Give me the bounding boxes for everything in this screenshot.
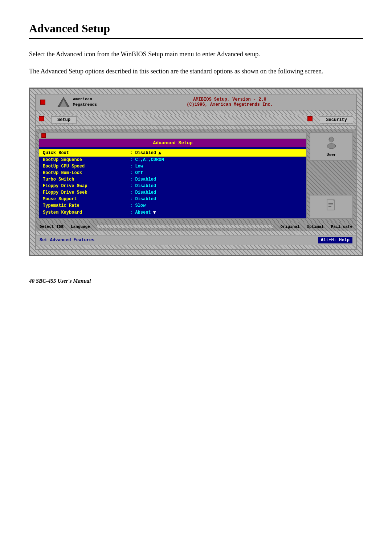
setting-label-6: Floppy Drive Seek bbox=[43, 190, 130, 195]
setting-value-3: : Off bbox=[130, 170, 143, 175]
svg-point-4 bbox=[327, 144, 336, 149]
bios-menu-square-2 bbox=[307, 116, 313, 121]
setting-value-7: : Disabled bbox=[130, 197, 156, 202]
side-icon-user-label: User bbox=[327, 153, 336, 157]
setting-value-5: : Disabled bbox=[130, 183, 156, 189]
setting-value-6: : Disabled bbox=[130, 190, 156, 195]
bios-bottom-left-label: Set Advanced Features bbox=[40, 238, 94, 243]
user-icon bbox=[325, 136, 338, 152]
bios-menu-square bbox=[39, 116, 44, 121]
setting-value-0: : Disabled bbox=[130, 150, 156, 156]
bios-setting-row-1: BootUp Sequence: C:,A:,CDROM bbox=[43, 157, 303, 163]
bios-hatch-row-4 bbox=[36, 245, 356, 249]
svg-point-3 bbox=[329, 138, 330, 140]
scroll-down-arrow[interactable]: ▼ bbox=[153, 210, 156, 215]
scroll-up-arrow[interactable]: ▲ bbox=[158, 150, 161, 156]
bios-setting-row-2: BootUp CPU Speed: Low bbox=[43, 163, 303, 170]
setting-label-5: Floppy Drive Swap bbox=[43, 183, 130, 189]
bios-setting-row-5: Floppy Drive Swap: Disabled bbox=[43, 183, 303, 189]
setting-value-1: : C:,A:,CDROM bbox=[130, 157, 164, 162]
setting-label-4: Turbo Switch bbox=[43, 177, 130, 182]
setting-label-0: Quick Boot bbox=[43, 150, 130, 156]
bios-main-panel: Advanced Setup Quick Boot: Disabled ▲Boo… bbox=[39, 132, 307, 219]
bios-screenshot: American Megatrends AMIBIOS Setup, Versi… bbox=[29, 88, 363, 256]
setting-label-2: BootUp CPU Speed bbox=[43, 164, 130, 169]
setting-label-3: BootUp Num-Lock bbox=[43, 170, 130, 175]
bios-setting-row-0[interactable]: Quick Boot: Disabled ▲ bbox=[39, 149, 306, 157]
bios-menubar: Setup Security bbox=[36, 115, 356, 126]
bios-setting-row-9: System Keyboard: Absent ▼ bbox=[43, 209, 303, 216]
bios-setting-row-6: Floppy Drive Seek: Disabled bbox=[43, 189, 303, 196]
file-icon bbox=[325, 198, 338, 214]
footer-detect-ide[interactable]: Detect IDE bbox=[40, 225, 64, 229]
svg-point-2 bbox=[329, 137, 334, 142]
side-icon-user: User bbox=[310, 132, 353, 161]
bios-hatch-row-3 bbox=[36, 231, 356, 235]
setting-label-1: BootUp Sequence bbox=[43, 157, 130, 162]
bios-settings-table: Quick Boot: Disabled ▲BootUp Sequence: C… bbox=[39, 147, 306, 218]
side-icon-file bbox=[310, 195, 353, 219]
page-title: Advanced Setup bbox=[29, 22, 363, 35]
setting-label-8: Typematic Rate bbox=[43, 203, 130, 208]
description-1: Select the Advanced icon from the WinBIO… bbox=[29, 49, 327, 60]
footer-language[interactable]: Language bbox=[71, 225, 90, 229]
bios-title-text: AMIBIOS Setup, Version - 2.0 (C)1996, Am… bbox=[108, 97, 352, 107]
bios-side-panel: User bbox=[310, 132, 353, 219]
menu-item-setup[interactable]: Setup bbox=[51, 116, 77, 124]
footer-original[interactable]: Original bbox=[281, 225, 300, 229]
bios-content-area: Advanced Setup Quick Boot: Disabled ▲Boo… bbox=[36, 129, 356, 222]
bios-help-label: Alt+H: Help bbox=[318, 237, 352, 243]
title-divider bbox=[29, 38, 363, 39]
bios-hatch-row-1 bbox=[36, 110, 356, 115]
setting-value-4: : Disabled bbox=[130, 177, 156, 182]
bios-setting-row-8: Typematic Rate: Slow bbox=[43, 202, 303, 209]
bios-hatch-row-2 bbox=[36, 126, 356, 129]
bios-header: American Megatrends AMIBIOS Setup, Versi… bbox=[36, 94, 356, 110]
bios-panel-title: Advanced Setup bbox=[39, 139, 306, 147]
setting-value-8: : Slow bbox=[130, 203, 146, 208]
bios-setting-row-7: Mouse Support: Disabled bbox=[43, 196, 303, 202]
description-2: The Advanced Setup options described in … bbox=[29, 66, 327, 77]
bios-logo-square bbox=[40, 100, 45, 105]
setting-value-2: : Low bbox=[130, 164, 143, 169]
bios-footer-bar: Detect IDE Language Original Optimal Fai… bbox=[36, 222, 356, 231]
bios-logo: American Megatrends bbox=[57, 97, 97, 108]
setting-value-9: : Absent bbox=[130, 210, 151, 215]
bios-brand-text: American Megatrends bbox=[73, 97, 97, 107]
bios-bottom-bar: Set Advanced Features Alt+H: Help bbox=[36, 235, 356, 245]
panel-icon bbox=[41, 133, 46, 138]
bios-setting-row-4: Turbo Switch: Disabled bbox=[43, 176, 303, 183]
setting-label-9: System Keyboard bbox=[43, 210, 130, 215]
bios-setting-row-3: BootUp Num-Lock: Off bbox=[43, 170, 303, 176]
footer-failsafe[interactable]: Fail-safe bbox=[331, 225, 352, 229]
footer-optimal[interactable]: Optimal bbox=[307, 225, 323, 229]
page-footer: 40 SBC-455 User's Manual bbox=[29, 278, 363, 284]
setting-label-7: Mouse Support bbox=[43, 197, 130, 202]
menu-item-security[interactable]: Security bbox=[320, 116, 353, 124]
